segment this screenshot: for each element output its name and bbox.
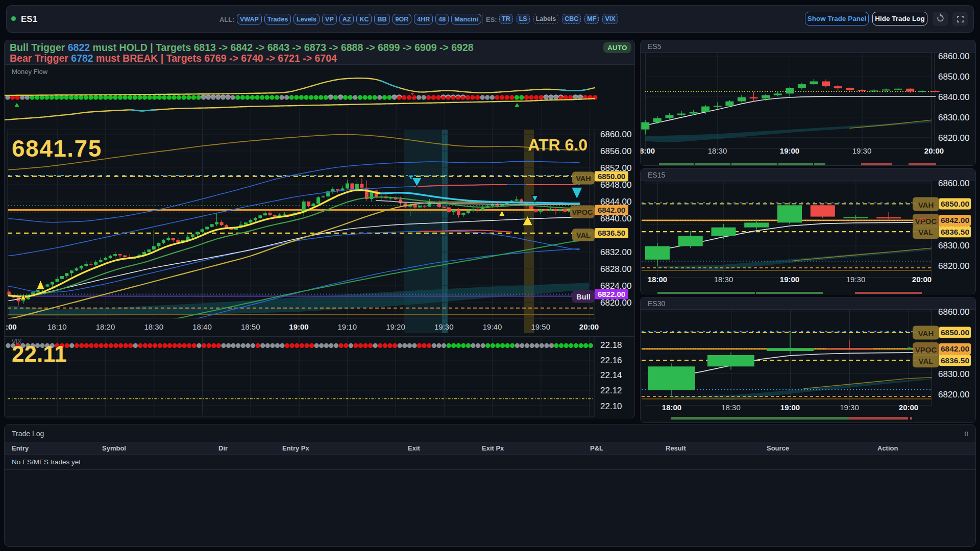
svg-text:ES15: ES15 xyxy=(648,171,665,179)
svg-text:VPOC: VPOC xyxy=(915,345,937,354)
svg-text:6832.00: 6832.00 xyxy=(600,247,631,257)
svg-text:6850.00: 6850.00 xyxy=(598,172,625,181)
svg-text:19:00: 19:00 xyxy=(780,146,799,155)
svg-text:20:00: 20:00 xyxy=(924,146,944,155)
svg-text:6820.00: 6820.00 xyxy=(938,261,969,271)
svg-text:18:50: 18:50 xyxy=(241,322,260,331)
svg-text:VPOC: VPOC xyxy=(572,208,593,216)
svg-text:18:00: 18:00 xyxy=(641,146,655,155)
svg-text:22.18: 22.18 xyxy=(600,340,622,350)
svg-text:22.12: 22.12 xyxy=(600,386,622,395)
svg-text:6850.00: 6850.00 xyxy=(941,328,969,337)
svg-text:19:30: 19:30 xyxy=(434,322,454,331)
svg-text:6840.00: 6840.00 xyxy=(938,92,969,102)
svg-text:6822.00: 6822.00 xyxy=(598,290,625,298)
svg-text:6860.00: 6860.00 xyxy=(938,52,969,61)
svg-text:VAL: VAL xyxy=(919,228,934,237)
svg-text:6820.00: 6820.00 xyxy=(938,390,969,399)
svg-text:20:00: 20:00 xyxy=(579,322,599,331)
svg-text:19:30: 19:30 xyxy=(840,403,859,412)
svg-text:6830.00: 6830.00 xyxy=(938,241,969,251)
svg-text:6860.00: 6860.00 xyxy=(600,130,631,139)
svg-text:6856.00: 6856.00 xyxy=(600,146,631,156)
svg-text:18:40: 18:40 xyxy=(192,322,212,331)
svg-text:ES5: ES5 xyxy=(648,42,662,51)
svg-text:6836.50: 6836.50 xyxy=(941,356,969,365)
svg-text:6830.00: 6830.00 xyxy=(938,369,969,379)
svg-text:18:20: 18:20 xyxy=(96,322,115,331)
svg-text:18:30: 18:30 xyxy=(144,322,163,331)
svg-text:19:00: 19:00 xyxy=(780,275,799,284)
svg-text:19:40: 19:40 xyxy=(483,322,502,331)
svg-text:18:30: 18:30 xyxy=(721,403,741,412)
svg-text:6830.00: 6830.00 xyxy=(938,113,969,122)
svg-text:VAL: VAL xyxy=(576,231,591,239)
svg-text:VAL: VAL xyxy=(919,357,934,365)
svg-text:6820.00: 6820.00 xyxy=(938,133,969,143)
svg-text:VAH: VAH xyxy=(918,329,934,338)
svg-text:19:00: 19:00 xyxy=(289,322,308,331)
svg-text:Bull: Bull xyxy=(576,293,590,301)
svg-text:19:00: 19:00 xyxy=(780,403,800,412)
svg-text:19:20: 19:20 xyxy=(386,322,405,331)
svg-text:20:00: 20:00 xyxy=(912,275,932,284)
svg-text:6860.00: 6860.00 xyxy=(938,179,969,188)
svg-text:18:30: 18:30 xyxy=(708,146,727,155)
svg-text:6842.00: 6842.00 xyxy=(941,344,969,353)
svg-text:18:00: 18:00 xyxy=(648,275,667,284)
svg-text:6841.75: 6841.75 xyxy=(12,135,102,162)
svg-text:20:00: 20:00 xyxy=(899,403,918,412)
svg-text:6842.00: 6842.00 xyxy=(941,216,969,224)
svg-text:6842.00: 6842.00 xyxy=(598,206,625,214)
svg-text:VPOC: VPOC xyxy=(915,217,937,226)
svg-text:6850.00: 6850.00 xyxy=(941,199,969,208)
svg-text:22.16: 22.16 xyxy=(600,356,622,365)
svg-text:Money Flow: Money Flow xyxy=(12,68,48,76)
svg-text:ES30: ES30 xyxy=(648,299,665,308)
svg-text:6860.00: 6860.00 xyxy=(938,307,969,317)
svg-text:19:50: 19:50 xyxy=(531,322,550,331)
svg-text:6836.50: 6836.50 xyxy=(598,229,625,237)
svg-text:19:10: 19:10 xyxy=(337,322,357,331)
svg-text:6836.50: 6836.50 xyxy=(941,228,969,236)
svg-text:18:30: 18:30 xyxy=(714,275,733,284)
svg-text:22.11: 22.11 xyxy=(12,341,67,366)
svg-text:18:00: 18:00 xyxy=(662,403,681,412)
svg-text::00: :00 xyxy=(6,322,17,331)
svg-text:22.14: 22.14 xyxy=(600,370,622,380)
svg-text:18:10: 18:10 xyxy=(47,322,67,331)
svg-text:ATR 6.0: ATR 6.0 xyxy=(528,136,587,154)
svg-text:VAH: VAH xyxy=(918,201,934,209)
svg-text:22.10: 22.10 xyxy=(600,402,622,411)
svg-text:19:30: 19:30 xyxy=(846,275,866,284)
svg-text:19:30: 19:30 xyxy=(852,146,872,155)
svg-text:VAH: VAH xyxy=(576,174,591,183)
svg-text:6850.00: 6850.00 xyxy=(938,72,969,82)
svg-text:6828.00: 6828.00 xyxy=(600,264,631,274)
